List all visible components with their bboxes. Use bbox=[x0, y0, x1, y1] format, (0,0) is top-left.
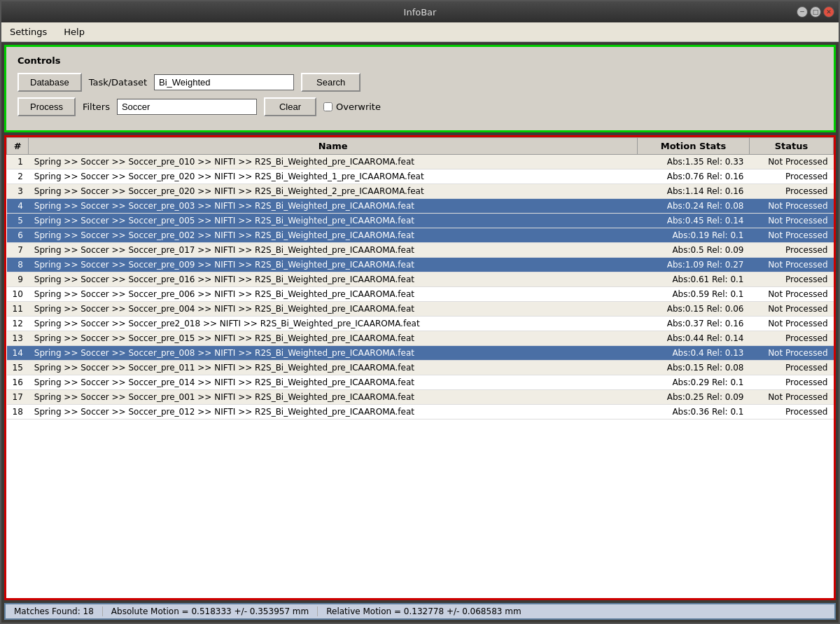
table-row[interactable]: 5Spring >> Soccer >> Soccer_pre_005 >> N… bbox=[7, 214, 834, 228]
cell-status: Not Processed bbox=[750, 317, 834, 331]
table-row[interactable]: 13Spring >> Soccer >> Soccer_pre_015 >> … bbox=[7, 331, 834, 346]
cell-status: Processed bbox=[750, 375, 834, 390]
cell-num: 13 bbox=[7, 331, 29, 346]
task-input[interactable] bbox=[154, 74, 294, 90]
cell-motion: Abs:0.15 Rel: 0.08 bbox=[638, 361, 750, 375]
col-status: Status bbox=[750, 138, 834, 155]
process-button[interactable]: Process bbox=[18, 97, 76, 116]
col-name: Name bbox=[29, 138, 638, 155]
cell-status: Processed bbox=[750, 184, 834, 199]
cell-motion: Abs:0.5 Rel: 0.09 bbox=[638, 243, 750, 258]
table-row[interactable]: 8Spring >> Soccer >> Soccer_pre_009 >> N… bbox=[7, 258, 834, 272]
table-row[interactable]: 9Spring >> Soccer >> Soccer_pre_016 >> N… bbox=[7, 272, 834, 287]
cell-name: Spring >> Soccer >> Soccer_pre_005 >> NI… bbox=[29, 214, 638, 228]
cell-motion: Abs:0.76 Rel: 0.16 bbox=[638, 169, 750, 184]
cell-name: Spring >> Soccer >> Soccer_pre2_018 >> N… bbox=[29, 317, 638, 331]
status-absolute: Absolute Motion = 0.518333 +/- 0.353957 … bbox=[103, 606, 318, 616]
cell-name: Spring >> Soccer >> Soccer_pre_001 >> NI… bbox=[29, 390, 638, 405]
table-row[interactable]: 14Spring >> Soccer >> Soccer_pre_008 >> … bbox=[7, 346, 834, 361]
cell-num: 8 bbox=[7, 258, 29, 272]
table-body: 1Spring >> Soccer >> Soccer_pre_010 >> N… bbox=[7, 155, 834, 420]
cell-name: Spring >> Soccer >> Soccer_pre_020 >> NI… bbox=[29, 184, 638, 199]
menu-settings[interactable]: Settings bbox=[7, 25, 50, 39]
cell-status: Not Processed bbox=[750, 390, 834, 405]
table-row[interactable]: 4Spring >> Soccer >> Soccer_pre_003 >> N… bbox=[7, 199, 834, 214]
cell-status: Processed bbox=[750, 169, 834, 184]
col-motion: Motion Stats bbox=[638, 138, 750, 155]
table-row[interactable]: 16Spring >> Soccer >> Soccer_pre_014 >> … bbox=[7, 375, 834, 390]
cell-motion: Abs:0.4 Rel: 0.13 bbox=[638, 346, 750, 361]
table-row[interactable]: 6Spring >> Soccer >> Soccer_pre_002 >> N… bbox=[7, 228, 834, 243]
cell-status: Not Processed bbox=[750, 302, 834, 317]
col-num: # bbox=[7, 138, 29, 155]
cell-status: Processed bbox=[750, 361, 834, 375]
cell-status: Not Processed bbox=[750, 155, 834, 169]
cell-num: 6 bbox=[7, 228, 29, 243]
search-button[interactable]: Search bbox=[301, 73, 360, 92]
cell-name: Spring >> Soccer >> Soccer_pre_011 >> NI… bbox=[29, 361, 638, 375]
window-controls: ─ □ ✕ bbox=[797, 6, 834, 18]
overwrite-text: Overwrite bbox=[336, 102, 381, 112]
cell-num: 4 bbox=[7, 199, 29, 214]
cell-status: Not Processed bbox=[750, 199, 834, 214]
table-row[interactable]: 15Spring >> Soccer >> Soccer_pre_011 >> … bbox=[7, 361, 834, 375]
filters-label: Filters bbox=[83, 102, 110, 112]
cell-motion: Abs:0.24 Rel: 0.08 bbox=[638, 199, 750, 214]
cell-motion: Abs:1.14 Rel: 0.16 bbox=[638, 184, 750, 199]
cell-num: 12 bbox=[7, 317, 29, 331]
cell-status: Processed bbox=[750, 405, 834, 420]
cell-name: Spring >> Soccer >> Soccer_pre_010 >> NI… bbox=[29, 155, 638, 169]
minimize-button[interactable]: ─ bbox=[797, 6, 808, 18]
cell-num: 5 bbox=[7, 214, 29, 228]
table-row[interactable]: 18Spring >> Soccer >> Soccer_pre_012 >> … bbox=[7, 405, 834, 420]
maximize-button[interactable]: □ bbox=[810, 6, 821, 18]
table-row[interactable]: 12Spring >> Soccer >> Soccer_pre2_018 >>… bbox=[7, 317, 834, 331]
cell-num: 1 bbox=[7, 155, 29, 169]
cell-motion: Abs:0.61 Rel: 0.1 bbox=[638, 272, 750, 287]
cell-num: 17 bbox=[7, 390, 29, 405]
cell-name: Spring >> Soccer >> Soccer_pre_020 >> NI… bbox=[29, 169, 638, 184]
cell-name: Spring >> Soccer >> Soccer_pre_009 >> NI… bbox=[29, 258, 638, 272]
cell-motion: Abs:0.25 Rel: 0.09 bbox=[638, 390, 750, 405]
cell-name: Spring >> Soccer >> Soccer_pre_008 >> NI… bbox=[29, 346, 638, 361]
cell-motion: Abs:1.09 Rel: 0.27 bbox=[638, 258, 750, 272]
overwrite-checkbox[interactable] bbox=[323, 102, 332, 111]
close-button[interactable]: ✕ bbox=[823, 6, 834, 18]
database-button[interactable]: Database bbox=[18, 73, 82, 92]
cell-motion: Abs:0.37 Rel: 0.16 bbox=[638, 317, 750, 331]
cell-name: Spring >> Soccer >> Soccer_pre_002 >> NI… bbox=[29, 228, 638, 243]
cell-name: Spring >> Soccer >> Soccer_pre_004 >> NI… bbox=[29, 302, 638, 317]
table-row[interactable]: 3Spring >> Soccer >> Soccer_pre_020 >> N… bbox=[7, 184, 834, 199]
task-label: Task/Dataset bbox=[89, 77, 147, 88]
status-bar: Matches Found: 18 Absolute Motion = 0.51… bbox=[4, 603, 836, 620]
cell-motion: Abs:1.35 Rel: 0.33 bbox=[638, 155, 750, 169]
table-row[interactable]: 10Spring >> Soccer >> Soccer_pre_006 >> … bbox=[7, 287, 834, 302]
status-matches: Matches Found: 18 bbox=[14, 606, 103, 616]
cell-name: Spring >> Soccer >> Soccer_pre_014 >> NI… bbox=[29, 375, 638, 390]
cell-num: 2 bbox=[7, 169, 29, 184]
cell-num: 14 bbox=[7, 346, 29, 361]
cell-motion: Abs:0.36 Rel: 0.1 bbox=[638, 405, 750, 420]
controls-row-2: Process Filters Clear Overwrite bbox=[18, 97, 822, 116]
data-table: # Name Motion Stats Status 1Spring >> So… bbox=[6, 137, 834, 420]
table-row[interactable]: 11Spring >> Soccer >> Soccer_pre_004 >> … bbox=[7, 302, 834, 317]
table-row[interactable]: 1Spring >> Soccer >> Soccer_pre_010 >> N… bbox=[7, 155, 834, 169]
data-panel: # Name Motion Stats Status 1Spring >> So… bbox=[4, 135, 836, 600]
table-row[interactable]: 2Spring >> Soccer >> Soccer_pre_020 >> N… bbox=[7, 169, 834, 184]
overwrite-label[interactable]: Overwrite bbox=[323, 102, 381, 112]
menu-help[interactable]: Help bbox=[61, 25, 88, 39]
controls-panel: Controls Database Task/Dataset Search Pr… bbox=[4, 45, 836, 132]
clear-button[interactable]: Clear bbox=[264, 97, 316, 116]
cell-num: 11 bbox=[7, 302, 29, 317]
app-window: InfoBar ─ □ ✕ Settings Help Controls Dat… bbox=[0, 0, 840, 624]
cell-status: Processed bbox=[750, 272, 834, 287]
menu-bar: Settings Help bbox=[1, 22, 839, 42]
table-container[interactable]: # Name Motion Stats Status 1Spring >> So… bbox=[6, 137, 834, 598]
cell-num: 18 bbox=[7, 405, 29, 420]
cell-motion: Abs:0.29 Rel: 0.1 bbox=[638, 375, 750, 390]
table-row[interactable]: 17Spring >> Soccer >> Soccer_pre_001 >> … bbox=[7, 390, 834, 405]
title-bar-title: InfoBar bbox=[404, 7, 437, 18]
filters-input[interactable] bbox=[117, 99, 257, 115]
table-row[interactable]: 7Spring >> Soccer >> Soccer_pre_017 >> N… bbox=[7, 243, 834, 258]
cell-status: Not Processed bbox=[750, 258, 834, 272]
